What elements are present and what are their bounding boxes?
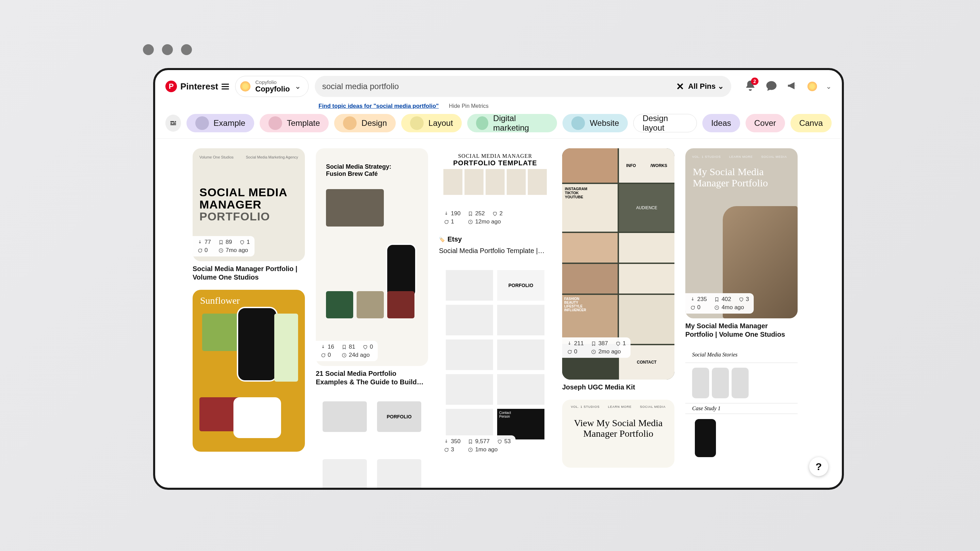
results-area[interactable]: Volume One Studios Social Media Marketin… (155, 139, 842, 488)
pin-heading: Social Media Stories (685, 347, 798, 363)
pin-card[interactable]: VOL. 1 STUDIOS LEARN MORE SOCIAL MEDIA M… (685, 148, 798, 339)
pin-image: VOL. 1 STUDIOS LEARN MORE SOCIAL MEDIA M… (685, 148, 798, 318)
filter-chip-template[interactable]: Template (259, 114, 329, 132)
pin-image: PORFOLIO ContactPerson 350 9,577 53 3 1m… (439, 263, 551, 460)
pin-heading: Case Study 1 (685, 403, 798, 414)
chip-label: Digital marketing (493, 114, 548, 133)
megaphone-icon (786, 79, 799, 92)
chip-label: Design (361, 118, 387, 128)
pin-crumbs: VOL. 1 STUDIOS LEARN MORE SOCIAL MEDIA (685, 148, 798, 159)
filter-chip-canva[interactable]: Canva (791, 114, 832, 132)
pin-card[interactable]: Social Media Strategy: Fusion Brew Café … (316, 148, 428, 386)
masonry-column: Social Media Strategy: Fusion Brew Café … (316, 148, 428, 488)
hamburger-icon[interactable] (221, 84, 229, 89)
pin-image: Sunflower (192, 290, 305, 452)
sparkle-icon[interactable] (808, 82, 817, 91)
pin-heading: My Social Media Manager Portfolio (685, 159, 798, 196)
pin-caption: My Social Media Manager Portfolio | Volu… (685, 322, 798, 339)
pins-filter-label: All Pins (688, 82, 716, 91)
pins-filter[interactable]: All Pins ⌄ (688, 82, 724, 91)
chevron-down-icon[interactable]: ⌄ (826, 82, 832, 91)
pinterest-logo-icon: P (165, 81, 177, 92)
filter-chip-layout[interactable]: Layout (401, 114, 462, 132)
filter-chip-design[interactable]: Design (334, 114, 396, 132)
pin-image: Social Media Strategy: Fusion Brew Café … (316, 148, 428, 366)
chip-label: Layout (428, 118, 453, 128)
dot (162, 44, 173, 55)
tag-icon: 🏷️ (439, 237, 445, 242)
pin-stats: 77 89 1 0 7mo ago (192, 236, 255, 256)
chevron-down-icon: ⌄ (718, 82, 724, 91)
chip-label: Ideas (711, 118, 731, 128)
pin-card[interactable]: INFO/WORKS INSTAGRAM TIKTOK YOUTUBE AUDI… (562, 148, 675, 392)
filter-chip-design-layout[interactable]: Design layout (633, 114, 697, 132)
search-input[interactable] (322, 82, 672, 91)
pin-heading: View My Social Media Manager Portfolio (562, 418, 675, 439)
messages-button[interactable] (765, 79, 778, 93)
app-window: P Pinterest Copyfolio Copyfolio ⌄ ✕ All … (153, 68, 844, 490)
pin-card[interactable]: Social Media Stories Case Study 1 (685, 347, 798, 462)
masonry-column: VOL. 1 STUDIOS LEARN MORE SOCIAL MEDIA M… (685, 148, 798, 488)
pin-image: INFO/WORKS INSTAGRAM TIKTOK YOUTUBE AUDI… (562, 148, 675, 380)
pin-caption: 21 Social Media Portfolio Examples & The… (316, 369, 428, 386)
account-main: Copyfolio (255, 85, 290, 93)
notifications-badge: 2 (751, 78, 759, 85)
pin-image: VOL. 1 STUDIOS LEARN MORE SOCIAL MEDIA V… (562, 400, 675, 468)
pin-heading: PORFOLIO (497, 270, 544, 301)
chip-label: Canva (799, 118, 823, 128)
brand[interactable]: P Pinterest (165, 81, 229, 92)
pin-heading: PORTFOLIO (199, 210, 270, 223)
pin-card[interactable]: Volume One Studios Social Media Marketin… (192, 148, 305, 282)
chip-label: Template (287, 118, 320, 128)
pin-heading: SOCIAL MEDIA MANAGER (439, 153, 551, 159)
pin-card[interactable]: PORFOLIO (316, 395, 428, 488)
sparkle-icon (240, 81, 250, 92)
pin-stats: 235 402 3 0 4mo ago (685, 293, 754, 314)
search-bar[interactable]: ✕ All Pins ⌄ (315, 76, 731, 97)
brand-text: Pinterest (180, 81, 218, 92)
pin-crumbs: VOL. 1 STUDIOS LEARN MORE SOCIAL MEDIA (562, 400, 675, 408)
chevron-down-icon: ⌄ (295, 82, 301, 91)
pin-caption: Social Media Manager Portfolio | Volume … (192, 265, 305, 282)
filter-chip-digital-marketing[interactable]: Digital marketing (467, 114, 557, 132)
filter-chip-cover[interactable]: Cover (746, 114, 785, 132)
topbar-right: 2 ⌄ (744, 79, 832, 93)
pin-heading: SOCIAL MEDIA (199, 186, 288, 198)
pin-heading: Social Media Strategy: Fusion Brew Café (326, 163, 418, 178)
filter-chip-bar: Example Template Design Layout Digital m… (155, 112, 842, 139)
filters-button[interactable] (165, 114, 181, 132)
topbar: P Pinterest Copyfolio Copyfolio ⌄ ✕ All … (155, 70, 842, 103)
help-button[interactable]: ? (809, 457, 828, 476)
pin-heading: PORFOLIO (377, 401, 421, 432)
notifications-button[interactable]: 2 (744, 79, 756, 93)
filter-chip-website[interactable]: Website (563, 114, 628, 132)
pin-stats: 16 81 0 0 24d ago (316, 341, 378, 361)
clear-icon[interactable]: ✕ (676, 81, 684, 92)
pin-card[interactable]: Sunflower (192, 290, 305, 452)
pin-image: PORFOLIO (316, 395, 428, 488)
dot (143, 44, 154, 55)
browser-mockup-dots (143, 44, 192, 55)
pin-card[interactable]: SOCIAL MEDIA MANAGER PORTFOLIO TEMPLATE … (439, 148, 551, 255)
filter-chip-ideas[interactable]: Ideas (702, 114, 740, 132)
pin-source[interactable]: 🏷️Etsy (439, 235, 551, 243)
chip-label: Website (590, 118, 619, 128)
pin-card[interactable]: VOL. 1 STUDIOS LEARN MORE SOCIAL MEDIA V… (562, 400, 675, 468)
account-switcher[interactable]: Copyfolio Copyfolio ⌄ (235, 76, 308, 97)
chip-label: Cover (754, 118, 776, 128)
topic-ideas-link[interactable]: Find topic ideas for "social media portf… (318, 103, 439, 110)
sliders-icon (169, 119, 177, 127)
pin-image: Social Media Stories Case Study 1 (685, 347, 798, 462)
pin-image: SOCIAL MEDIA MANAGER PORTFOLIO TEMPLATE … (439, 148, 551, 233)
filter-chip-example[interactable]: Example (186, 114, 254, 132)
pin-src-label: Etsy (447, 235, 462, 243)
hide-pin-metrics[interactable]: Hide Pin Metrics (449, 103, 488, 109)
pin-caption: Social Media Portfolio Template |… (439, 246, 551, 255)
pin-heading: PORTFOLIO TEMPLATE (439, 159, 551, 167)
announcements-button[interactable] (786, 79, 799, 93)
pin-stats: 190 252 2 1 12mo ago (439, 208, 508, 228)
pin-card[interactable]: PORFOLIO ContactPerson 350 9,577 53 3 1m… (439, 263, 551, 460)
help-icon: ? (816, 461, 822, 472)
pin-heading: MANAGER (199, 198, 262, 211)
masonry-column: Volume One Studios Social Media Marketin… (192, 148, 305, 488)
